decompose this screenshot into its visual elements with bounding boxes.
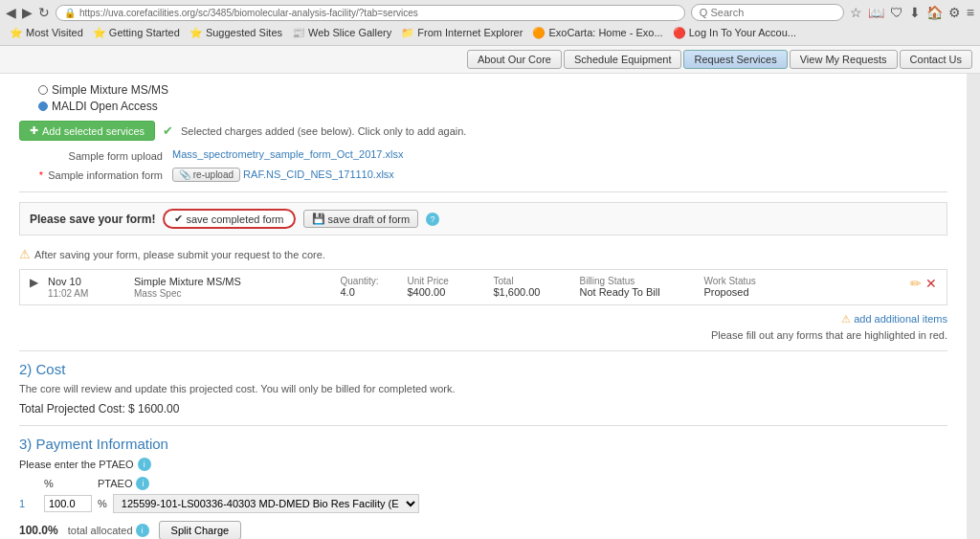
fill-warning: Please fill out any forms that are highl… [19, 329, 947, 341]
bookmark-from-ie[interactable]: 📁 From Internet Explorer [401, 27, 523, 39]
order-total: Total $1,600.00 [494, 276, 570, 298]
ptaeo-row-num: 1 [19, 498, 38, 509]
re-upload-btn[interactable]: 📎 re-upload [172, 168, 240, 182]
ptaeo-columns-row: % PTAEO i [19, 477, 947, 490]
paperclip-icon: 📎 [179, 169, 190, 180]
allocated-label: total allocated i [68, 524, 149, 537]
ptaeo-help-icon[interactable]: i [138, 458, 151, 471]
bookmark-icon[interactable]: 📖 [868, 5, 884, 20]
schedule-equipment-btn[interactable]: Schedule Equipment [564, 50, 682, 69]
form-upload-value: Mass_spectrometry_sample_form_Oct_2017.x… [172, 148, 403, 160]
bookmark-exocarta[interactable]: 🟠 ExoCarta: Home - Exo... [532, 27, 662, 39]
bookmarks-bar: ⭐ Most Visited ⭐ Getting Started ⭐ Sugge… [6, 25, 974, 41]
radio-simple-mixture[interactable] [38, 85, 48, 95]
allocated-row: 100.0% total allocated i Split Charge [19, 521, 947, 539]
warning-small-icon: ⚠ [841, 313, 851, 325]
sample-info-link[interactable]: RAF.NS_CID_NES_171110.xlsx [243, 168, 394, 180]
edit-icon[interactable]: ✏ [910, 276, 922, 291]
bookmark-web-slice[interactable]: 📰 Web Slice Gallery [292, 27, 391, 39]
url-bar[interactable]: 🔒 https://uva.corefacilities.org/sc/3485… [56, 5, 685, 21]
service-option-maldi[interactable]: MALDI Open Access [38, 100, 947, 113]
draft-icon: 💾 [312, 213, 325, 225]
payment-section-header: 3) Payment Information [19, 436, 947, 452]
radio-maldi[interactable] [38, 101, 48, 111]
browser-search-input[interactable] [691, 4, 844, 21]
forward-button[interactable]: ▶ [22, 5, 33, 20]
order-time: 11:02 AM [48, 288, 88, 299]
plus-icon: ✚ [30, 124, 38, 137]
ptaeo-prompt-row: Please enter the PTAEO i [19, 458, 947, 471]
order-actions: ✏ ✕ [910, 276, 937, 291]
contact-us-btn[interactable]: Contact Us [900, 50, 972, 69]
scrollbar[interactable] [967, 74, 980, 539]
service-option-simple[interactable]: Simple Mixture MS/MS [38, 83, 947, 97]
url-text: https://uva.corefacilities.org/sc/3485/b… [79, 8, 418, 18]
save-completed-btn[interactable]: ✔ save completed form [163, 209, 295, 229]
bookmark-most-visited[interactable]: ⭐ Most Visited [10, 27, 83, 39]
bookmark-login[interactable]: 🔴 Log In To Your Accou... [673, 27, 796, 39]
back-button[interactable]: ◀ [6, 5, 16, 20]
warning-icon: ⚠ [19, 247, 31, 261]
unit-price-label: Unit Price [408, 276, 484, 286]
ptaeo-col-help-icon[interactable]: i [136, 477, 149, 490]
ptaeo-account-select[interactable]: 125599-101-LS00336-40303 MD-DMED Bio Res… [113, 494, 419, 513]
sample-info-label: * Sample information form [19, 168, 163, 181]
after-save-text: ⚠ After saving your form, please submit … [19, 243, 947, 269]
maldi-label: MALDI Open Access [52, 100, 158, 113]
total-label: Total [494, 276, 570, 286]
ptaeo-percent-symbol: % [98, 498, 107, 509]
form-upload-link[interactable]: Mass_spectrometry_sample_form_Oct_2017.x… [172, 148, 403, 160]
save-notice: Please save your form! ✔ save completed … [19, 202, 947, 236]
allocated-percentage: 100.0% [19, 524, 58, 537]
save-draft-btn[interactable]: 💾 save draft of form [303, 210, 419, 228]
bookmark-suggested-sites[interactable]: ⭐ Suggested Sites [189, 27, 282, 39]
divider-3 [19, 425, 947, 426]
selected-charges-text: Selected charges added (see below). Clic… [181, 125, 466, 137]
order-unit-price: Unit Price $400.00 [408, 276, 484, 298]
expand-icon[interactable]: ▶ [30, 276, 38, 289]
shield-icon[interactable]: 🛡 [890, 5, 903, 20]
add-items-row: ⚠ add additional items [19, 313, 947, 326]
billing-status-label: Billing Status [580, 276, 695, 286]
save-notice-text: Please save your form! [30, 213, 155, 226]
form-upload-label: Sample form upload [19, 148, 163, 162]
service-options: Simple Mixture MS/MS MALDI Open Access [19, 83, 947, 113]
add-selected-services-btn[interactable]: ✚ Add selected services [19, 121, 155, 141]
settings-icon[interactable]: ⚙ [948, 5, 961, 20]
request-services-btn[interactable]: Request Services [683, 50, 787, 69]
bookmark-getting-started[interactable]: ⭐ Getting Started [93, 27, 180, 39]
refresh-button[interactable]: ↻ [38, 5, 50, 20]
work-status-label: Work Status [704, 276, 902, 286]
divider-2 [19, 350, 947, 351]
order-quantity: Quantity: 4.0 [341, 276, 398, 298]
view-requests-btn[interactable]: View My Requests [790, 50, 898, 69]
ptaeo-input-row: 1 % 125599-101-LS00336-40303 MD-DMED Bio… [19, 494, 947, 513]
allocated-help-icon[interactable]: i [136, 524, 149, 537]
simple-mixture-label: Simple Mixture MS/MS [52, 83, 168, 97]
sample-form-upload-row: Sample form upload Mass_spectrometry_sam… [19, 148, 947, 162]
divider-1 [19, 191, 947, 192]
lock-icon: 🔒 [64, 8, 76, 18]
add-services-row: ✚ Add selected services ✔ Selected charg… [19, 121, 947, 141]
order-sub: Mass Spec [134, 288, 181, 299]
ptaeo-col2-header: PTAEO i [98, 477, 149, 490]
sample-info-form-row: * Sample information form 📎 re-upload RA… [19, 168, 947, 182]
save-help-icon[interactable]: ? [426, 213, 439, 226]
order-row: ▶ Nov 10 11:02 AM Simple Mixture MS/MS M… [19, 269, 947, 305]
main-content: Simple Mixture MS/MS MALDI Open Access ✚… [0, 74, 967, 539]
delete-icon[interactable]: ✕ [925, 276, 937, 291]
order-date: Nov 10 11:02 AM [48, 276, 124, 299]
checkmark-icon: ✔ [174, 213, 183, 225]
required-indicator: * [39, 169, 43, 181]
menu-icon[interactable]: ≡ [967, 5, 974, 20]
download-icon[interactable]: ⬇ [909, 5, 921, 20]
ptaeo-percent-input[interactable] [44, 495, 92, 512]
about-core-btn[interactable]: About Our Core [467, 50, 562, 69]
top-nav: About Our Core Schedule Equipment Reques… [0, 46, 980, 74]
split-charge-btn[interactable]: Split Charge [159, 521, 242, 539]
home-icon[interactable]: 🏠 [926, 5, 943, 20]
star-icon[interactable]: ☆ [850, 5, 862, 20]
add-additional-items-link[interactable]: add additional items [854, 313, 947, 325]
quantity-label: Quantity: [341, 276, 398, 286]
cost-section-header: 2) Cost [19, 361, 947, 377]
